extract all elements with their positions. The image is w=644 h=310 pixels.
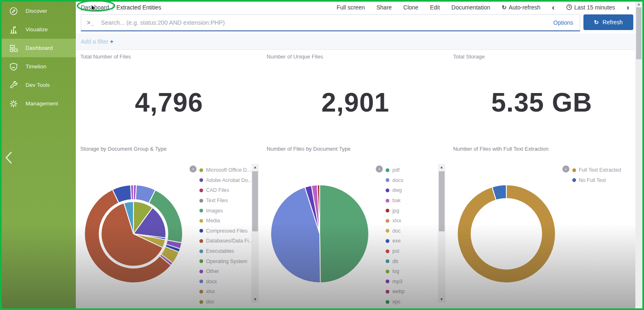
pie-slice-full-text-extracted[interactable] xyxy=(457,185,555,283)
legend-swatch xyxy=(386,189,389,192)
sidebar-item-label: Discover xyxy=(26,8,47,14)
chart-title: Storage by Document Group & Type xyxy=(80,146,166,152)
legend-label: pdf xyxy=(392,167,399,173)
legend-toggle-button[interactable]: › xyxy=(376,165,383,172)
legend-swatch xyxy=(199,259,203,263)
legend-swatch xyxy=(199,239,203,243)
chart-panel-storage-by-group: Storage by Document Group & Type › Micro… xyxy=(76,142,262,308)
breadcrumb-dashboard-link[interactable]: Dashboard xyxy=(81,4,109,11)
compass-icon xyxy=(9,7,18,16)
sidebar-collapse-button[interactable] xyxy=(3,148,15,167)
legend-swatch xyxy=(199,209,203,212)
timelion-icon xyxy=(9,62,18,71)
scrollbar-thumb[interactable] xyxy=(439,171,445,231)
legend-swatch xyxy=(386,280,389,283)
filter-bar: Add a filter+ xyxy=(76,33,635,50)
metric-panel-total-storage: Total Storage 5.35 GB xyxy=(449,49,635,142)
menu-share[interactable]: Share xyxy=(376,4,391,11)
pie-slice-pdf[interactable] xyxy=(320,185,369,283)
legend-label: No Full Text xyxy=(579,177,606,183)
legend-item[interactable]: No Full Text xyxy=(572,175,638,186)
legend-label: webp xyxy=(392,289,405,294)
legend-item[interactable]: Full Text Extracted xyxy=(572,165,638,175)
breadcrumb-separator: / xyxy=(112,4,114,11)
auto-refresh-button[interactable]: ↻ Auto-refresh xyxy=(502,4,541,11)
legend-swatch xyxy=(386,259,389,263)
sidebar-item-discover[interactable]: Discover xyxy=(2,2,76,20)
legend-swatch xyxy=(386,219,389,223)
menu-full-screen[interactable]: Full screen xyxy=(337,4,365,11)
page-scrollbar[interactable]: ▲ xyxy=(635,2,642,308)
legend-swatch xyxy=(386,168,389,172)
sidebar-item-dev-tools[interactable]: Dev Tools xyxy=(2,76,76,94)
legend-label: Microsoft Office D... xyxy=(206,167,251,173)
auto-refresh-icon: ↻ xyxy=(502,4,507,11)
sidebar-item-dashboard[interactable]: Dashboard xyxy=(2,39,76,57)
topbar: Dashboard / Extracted Entities Full scre… xyxy=(76,2,635,13)
search-options-link[interactable]: Options xyxy=(547,19,580,26)
metric-value: 4,796 xyxy=(76,87,262,118)
sidebar: DiscoverVisualizeDashboardTimelionDev To… xyxy=(2,2,76,308)
chevron-left-icon xyxy=(3,148,15,167)
legend-scrollbar[interactable]: ▲ ▼ xyxy=(251,164,259,303)
time-range-picker[interactable]: Last 15 minutes xyxy=(566,4,615,11)
panel-title: Total Storage xyxy=(453,54,485,60)
add-filter-button[interactable]: Add a filter+ xyxy=(81,38,113,45)
sidebar-item-label: Visualize xyxy=(26,26,48,33)
sidebar-item-label: Management xyxy=(26,100,58,107)
legend-label: Full Text Extracted xyxy=(579,167,621,173)
scroll-up-icon[interactable]: ▲ xyxy=(251,164,259,170)
legend-swatch xyxy=(386,290,389,294)
legend-swatch xyxy=(199,219,203,223)
time-back-button[interactable]: ‹ xyxy=(552,3,555,11)
plus-icon: + xyxy=(110,38,113,45)
scroll-down-icon[interactable]: ▼ xyxy=(251,296,259,302)
search-input[interactable] xyxy=(100,19,547,26)
legend-swatch xyxy=(386,239,389,243)
legend-swatch xyxy=(199,280,203,283)
scroll-down-icon[interactable]: ▼ xyxy=(438,296,445,302)
sidebar-item-management[interactable]: Management xyxy=(2,94,76,113)
scroll-up-icon[interactable]: ▲ xyxy=(635,2,642,7)
visualize-icon xyxy=(9,25,18,34)
legend-scrollbar[interactable]: ▲ ▼ xyxy=(438,164,445,303)
sidebar-item-timelion[interactable]: Timelion xyxy=(2,57,76,76)
menu-documentation[interactable]: Documentation xyxy=(452,4,490,11)
menu-clone[interactable]: Clone xyxy=(403,4,419,11)
metric-panel-total-files: Total Number of Files 4,796 xyxy=(76,49,262,142)
legend-toggle-button[interactable]: › xyxy=(190,165,197,172)
legend-label: xps xyxy=(392,299,400,305)
pie-slice[interactable] xyxy=(131,185,133,200)
legend-label: docx xyxy=(206,279,217,284)
legend-label: Operating System xyxy=(206,259,247,264)
donut-chart-full-text xyxy=(454,182,558,286)
scrollbar-thumb[interactable] xyxy=(252,171,258,231)
legend-swatch xyxy=(386,199,389,203)
console-icon: >_ xyxy=(81,19,100,26)
legend-label: Images xyxy=(206,208,223,214)
sidebar-item-visualize[interactable]: Visualize xyxy=(2,20,76,39)
legend-label: pst xyxy=(392,248,399,254)
chart-title: Number of Files with Full Text Extractio… xyxy=(453,146,549,152)
legend-label: mp3 xyxy=(392,279,402,284)
sidebar-item-label: Dashboard xyxy=(26,45,53,51)
charts-row: Storage by Document Group & Type › Micro… xyxy=(76,142,635,308)
sidebar-item-label: Dev Tools xyxy=(26,82,50,88)
panel-title: Number of Unique Files xyxy=(267,54,323,60)
legend-swatch xyxy=(386,249,389,253)
legend-label: exe xyxy=(392,238,400,244)
dev-tools-icon xyxy=(9,81,18,90)
legend-swatch xyxy=(199,270,203,273)
scrollbar-thumb[interactable] xyxy=(636,7,642,59)
search-row: >_ Options ↻ Refresh xyxy=(76,13,635,34)
refresh-button[interactable]: ↻ Refresh xyxy=(583,14,633,30)
menu-edit[interactable]: Edit xyxy=(430,4,440,11)
legend: Full Text ExtractedNo Full Text xyxy=(572,165,638,185)
top-menu: Full screenShareCloneEditDocumentation ↻… xyxy=(337,3,635,11)
legend-swatch xyxy=(386,178,389,182)
time-forward-button[interactable]: › xyxy=(627,3,629,11)
scroll-up-icon[interactable]: ▲ xyxy=(438,164,445,170)
chart-title: Number of Files by Document Type xyxy=(267,146,351,152)
legend-toggle-button[interactable]: › xyxy=(562,165,569,172)
legend-swatch xyxy=(572,168,576,172)
